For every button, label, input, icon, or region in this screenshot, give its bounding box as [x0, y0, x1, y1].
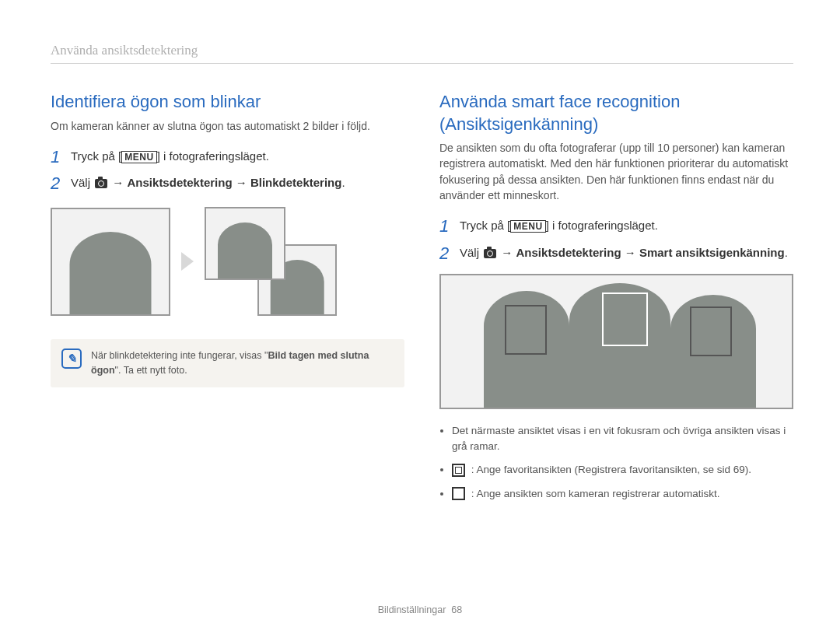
step-number: 1 — [439, 217, 460, 236]
step2-bold2: Blinkdetektering — [250, 176, 342, 189]
intro-blink: Om kameran känner av slutna ögon tas aut… — [51, 118, 404, 134]
bullet2-text: : Ange favoritansikten (Registrera favor… — [468, 464, 751, 475]
photo-stack — [205, 207, 337, 316]
camera-icon — [484, 249, 496, 258]
auto-frame-icon — [452, 487, 465, 500]
left-column: Identifiera ögon som blinkar Om kameran … — [51, 91, 404, 512]
heading-blink-detection: Identifiera ögon som blinkar — [51, 91, 404, 114]
bullet-item: : Ange ansikten som kameran registrerar … — [452, 486, 793, 502]
arrow: → — [498, 246, 516, 259]
note-box: ✎ När blinkdetektering inte fungerar, vi… — [51, 339, 404, 387]
step-1-left: 1 Tryck på [MENU] i fotograferingsläget. — [51, 148, 404, 166]
right-column: Använda smart face recognition (Ansiktsi… — [439, 91, 793, 512]
footer-page-number: 68 — [451, 604, 462, 615]
step-number: 2 — [439, 244, 460, 263]
heading-smart-face: Använda smart face recognition (Ansiktsi… — [439, 91, 793, 135]
note-icon: ✎ — [61, 349, 82, 369]
step2-prefix: Välj — [71, 176, 93, 189]
favorite-frame-icon — [452, 464, 465, 477]
step-1-right: 1 Tryck på [MENU] i fotograferingsläget. — [439, 217, 793, 236]
step2-bold1: Ansiktsdetektering — [128, 176, 233, 189]
step1-suffix: ] i fotograferingsläget. — [157, 149, 269, 163]
step-2-right: 2 Välj → Ansiktsdetektering → Smart ansi… — [439, 244, 793, 263]
focus-frame-gray-icon — [690, 306, 732, 356]
focus-frame-white-icon — [602, 292, 648, 346]
bullet-item: : Ange favoritansikten (Registrera favor… — [452, 462, 793, 478]
step-number: 2 — [51, 174, 71, 193]
footer-label: Bildinställningar — [378, 604, 446, 615]
step-number: 1 — [51, 148, 71, 166]
photo-frame-large — [51, 208, 170, 316]
photo-frame-front — [205, 207, 285, 280]
arrow: → — [109, 176, 127, 189]
step1-prefix: Tryck på [ — [460, 219, 510, 232]
breadcrumb: Använda ansiktsdetektering — [51, 43, 793, 64]
face-recognition-illustration — [439, 274, 793, 409]
note-text: När blinkdetektering inte fungerar, visa… — [91, 349, 394, 378]
step-2-left: 2 Välj → Ansiktsdetektering → Blinkdetek… — [51, 174, 404, 193]
arrow: → — [621, 246, 639, 259]
bullet-item: Det närmaste ansiktet visas i en vit fok… — [452, 423, 793, 455]
step1-suffix: ] i fotograferingsläget. — [546, 219, 658, 232]
intro-smart-face: De ansikten som du ofta fotograferar (up… — [439, 140, 793, 203]
menu-button-label: MENU — [121, 151, 156, 163]
step2-bold2: Smart ansiktsigenkänning — [639, 246, 785, 259]
note-suffix: ". Ta ett nytt foto. — [115, 365, 187, 376]
bullet-list: Det närmaste ansiktet visas i en vit fok… — [439, 423, 793, 502]
arrow-right-icon — [181, 252, 194, 271]
period: . — [341, 176, 345, 189]
page-footer: Bildinställningar 68 — [0, 604, 840, 615]
blink-illustration — [51, 207, 404, 316]
step2-bold1: Ansiktsdetektering — [516, 246, 621, 259]
period: . — [785, 246, 788, 259]
step1-prefix: Tryck på [ — [71, 149, 121, 163]
note-prefix: När blinkdetektering inte fungerar, visa… — [91, 350, 268, 361]
focus-frame-gray-icon — [505, 305, 547, 355]
camera-icon — [95, 179, 107, 188]
arrow: → — [233, 176, 250, 189]
step2-prefix: Välj — [460, 246, 482, 259]
bullet3-text: : Ange ansikten som kameran registrerar … — [468, 488, 719, 499]
menu-button-label: MENU — [510, 220, 545, 233]
